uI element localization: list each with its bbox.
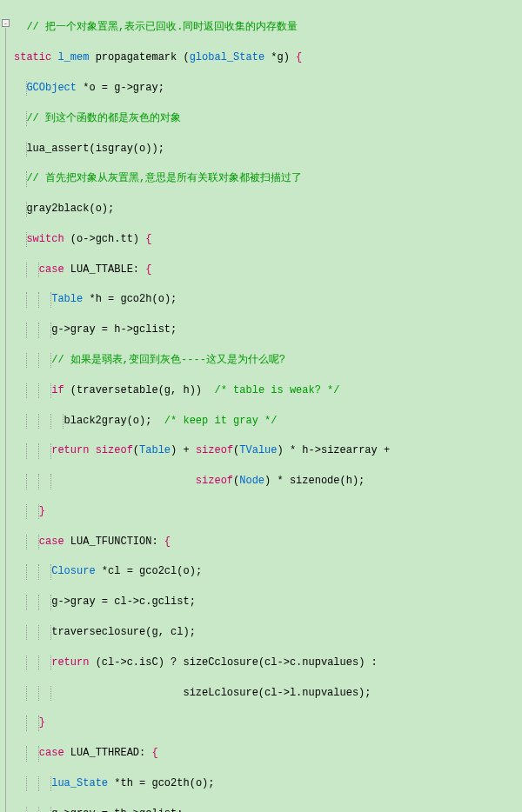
code-line: GCObject *o = g->gray; bbox=[14, 81, 522, 96]
code-line: } bbox=[14, 504, 522, 519]
fold-toggle[interactable]: - bbox=[2, 19, 10, 27]
code-line: traverseclosure(g, cl); bbox=[14, 625, 522, 640]
code-line: case LUA_TFUNCTION: { bbox=[14, 535, 522, 549]
code-line: // 到这个函数的都是灰色的对象 bbox=[14, 111, 522, 126]
code-line: switch (o->gch.tt) { bbox=[14, 232, 522, 247]
code-line: // 把一个对象置黑,表示已回收.同时返回收集的内存数量 bbox=[14, 20, 522, 35]
code-line: return sizeof(Table) + sizeof(TValue) * … bbox=[14, 443, 522, 458]
comment: // 首先把对象从灰置黑,意思是所有关联对象都被扫描过了 bbox=[26, 172, 302, 184]
gutter: - bbox=[0, 0, 10, 812]
code-line: } bbox=[14, 715, 522, 730]
code-line: g->gray = cl->c.gclist; bbox=[14, 595, 522, 609]
code-line: static l_mem propagatemark (global_State… bbox=[14, 50, 522, 65]
code-line: gray2black(o); bbox=[14, 202, 522, 216]
code-line: // 如果是弱表,变回到灰色----这又是为什么呢? bbox=[14, 353, 522, 368]
code-line: if (traversetable(g, h)) /* table is wea… bbox=[14, 383, 522, 398]
code-line: Table *h = gco2h(o); bbox=[14, 292, 522, 307]
code-line: sizeof(Node) * sizenode(h); bbox=[14, 474, 522, 489]
code-line: g->gray = th->gclist; bbox=[14, 807, 522, 812]
code-line: // 首先把对象从灰置黑,意思是所有关联对象都被扫描过了 bbox=[14, 171, 522, 186]
code-line: sizeLclosure(cl->l.nupvalues); bbox=[14, 686, 522, 701]
code-line: case LUA_TTHREAD: { bbox=[14, 746, 522, 761]
code-line: lua_assert(isgray(o)); bbox=[14, 142, 522, 156]
comment: // 把一个对象置黑,表示已回收.同时返回收集的内存数量 bbox=[26, 21, 298, 33]
code-line: lua_State *th = gco2th(o); bbox=[14, 776, 522, 791]
code-area[interactable]: // 把一个对象置黑,表示已回收.同时返回收集的内存数量 static l_me… bbox=[14, 5, 522, 812]
code-line: Closure *cl = gco2cl(o); bbox=[14, 564, 522, 579]
comment: // 如果是弱表,变回到灰色----这又是为什么呢? bbox=[51, 354, 285, 366]
code-line: g->gray = h->gclist; bbox=[14, 323, 522, 337]
code-line: case LUA_TTABLE: { bbox=[14, 263, 522, 277]
code-line: return (cl->c.isC) ? sizeCclosure(cl->c.… bbox=[14, 656, 522, 670]
fold-guide bbox=[5, 28, 6, 812]
code-line: black2gray(o); /* keep it gray */ bbox=[14, 414, 522, 429]
comment: // 到这个函数的都是灰色的对象 bbox=[26, 112, 181, 124]
